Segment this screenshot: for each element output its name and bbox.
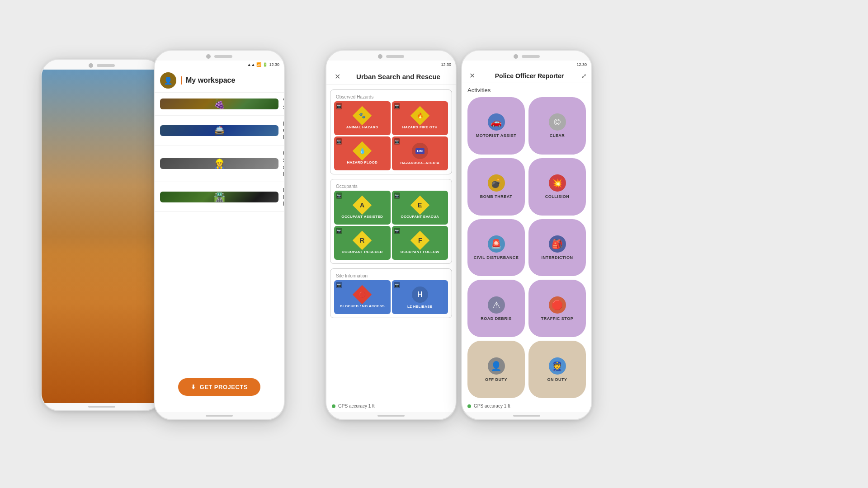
activity-collision[interactable]: 💥 COLLISION: [528, 158, 586, 216]
workspace-status-bar: ▲▲ 📶 🔋 12:30: [155, 61, 284, 69]
camera-icon-oe: 📷: [394, 192, 400, 199]
hazard-animal[interactable]: 📷 🐾 ANIMAL HAZARD: [334, 101, 391, 135]
occupants-section-label: Occupants: [332, 181, 450, 189]
project-item-road[interactable]: 🛣️ Road Debris Reporter ℹ: [155, 182, 284, 212]
project-thumb-road: 🛣️: [160, 192, 278, 202]
off-duty-icon: 👤: [488, 357, 505, 375]
blocked-label: BLOCKED / NO ACCESS: [340, 304, 385, 308]
home-indicator-4: [513, 415, 540, 417]
phone3-camera: [378, 54, 382, 59]
get-projects-label: GET PROJECTS: [200, 384, 248, 390]
project-item-police[interactable]: 🚔 Police Officer Reporter ℹ: [155, 116, 284, 145]
project-info-police: Police Officer Reporter: [283, 120, 284, 141]
assisted-label: OCCUPANT ASSISTED: [341, 215, 383, 219]
hm-icon: HM: [412, 143, 428, 159]
phone1-top-bar: [42, 60, 162, 70]
fire-hazard-label: HAZARD FIRE OTH: [402, 125, 438, 129]
activity-on-duty[interactable]: 👮 ON DUTY: [528, 341, 586, 398]
activity-motorist-assist[interactable]: 🚗 MOTORIST ASSIST: [467, 97, 525, 155]
phone2-bottom-bar: [155, 412, 284, 419]
bomb-threat-icon: 💣: [488, 174, 505, 192]
activity-traffic-stop[interactable]: 🛑 TRAFFIC STOP: [528, 280, 586, 337]
animal-hazard-label: ANIMAL HAZARD: [346, 125, 378, 129]
sar-content: 12:30 ✕ Urban Search and Rescue Observed…: [326, 61, 456, 412]
blocked-access[interactable]: 📷 🚫 BLOCKED / NO ACCESS: [334, 280, 391, 314]
status-icons: ▲▲ 📶 🔋 12:30: [247, 62, 279, 67]
phone-login: ArcGIS QuickCapture Sign in with ArcGIS …: [41, 59, 163, 411]
lz-helibase[interactable]: 📷 H LZ HELIBASE: [392, 280, 448, 314]
camera-icon-animal: 📷: [336, 103, 342, 109]
helibase-label: LZ HELIBASE: [407, 305, 433, 309]
battery-icon: 🔋: [263, 62, 268, 67]
interdiction-icon: 🎒: [549, 235, 566, 253]
home-indicator-2: [206, 415, 233, 417]
phone1-camera: [89, 63, 93, 68]
por-content: 12:30 ✕ Police Officer Reporter ⤢ Activi…: [462, 61, 591, 412]
activity-civil-disturbance[interactable]: 🚨 CIVIL DISTURBANCE: [467, 219, 525, 277]
activities-section-label: Activities: [462, 83, 591, 95]
project-item-rescue[interactable]: 👷 Urban Search and Rescue ℹ: [155, 145, 284, 182]
sar-title: Urban Search and Rescue: [346, 73, 450, 80]
project-list: 🍇 Vineyard Scouting ℹ 🚔 Police Officer R…: [155, 93, 284, 365]
project-item-vineyard[interactable]: 🍇 Vineyard Scouting ℹ: [155, 93, 284, 116]
phone-sar: 12:30 ✕ Urban Search and Rescue Observed…: [326, 50, 457, 420]
project-thumb-rescue: 👷: [160, 158, 278, 169]
workspace-content: ▲▲ 📶 🔋 12:30 👤 My workspace 🍇 Vineyard S…: [155, 61, 284, 412]
bomb-threat-label: BOMB THREAT: [480, 194, 512, 199]
hm-label: HAZARDOU...ATERIA: [400, 161, 439, 165]
phone1-bottom-bar: [42, 403, 162, 410]
por-status-bar: 12:30: [462, 61, 591, 69]
project-name-road: Road Debris Reporter: [283, 187, 284, 207]
assisted-icon: A: [354, 197, 370, 213]
project-name-rescue: Urban Search and Rescue: [283, 150, 284, 177]
interdiction-label: INTERDICTION: [542, 255, 573, 260]
phone2-screen: ▲▲ 📶 🔋 12:30 👤 My workspace 🍇 Vineyard S…: [155, 61, 284, 412]
traffic-stop-icon: 🛑: [549, 296, 566, 314]
occupant-assisted[interactable]: 📷 A OCCUPANT ASSISTED: [334, 191, 391, 225]
phone2-speaker: [214, 55, 232, 58]
project-info-vineyard: Vineyard Scouting: [283, 97, 284, 111]
activity-road-debris[interactable]: ⚠ ROAD DEBRIS: [467, 280, 525, 337]
phone3-speaker: [386, 55, 404, 58]
evacuated-label: OCCUPANT EVACUA: [401, 215, 439, 219]
civil-disturbance-label: CIVIL DISTURBANCE: [474, 255, 519, 260]
helibase-icon: H: [412, 286, 428, 303]
animal-icon: 🐾: [354, 108, 370, 123]
project-thumb-vineyard: 🍇: [160, 99, 278, 109]
occupant-evacuated[interactable]: 📷 E OCCUPANT EVACUA: [392, 191, 448, 225]
civil-disturbance-icon: 🚨: [488, 235, 505, 253]
clear-label: CLEAR: [550, 133, 565, 138]
phone2-camera: [206, 54, 211, 59]
phone-por: 12:30 ✕ Police Officer Reporter ⤢ Activi…: [461, 50, 592, 420]
sar-header: ✕ Urban Search and Rescue: [326, 69, 456, 85]
rescued-label: OCCUPANT RESCUED: [342, 250, 383, 254]
camera-icon-or: 📷: [336, 228, 342, 234]
por-status-time: 12:30: [576, 62, 587, 67]
phone4-bottom-bar: [462, 412, 591, 419]
phone3-top-bar: [326, 51, 456, 61]
flood-icon: 💧: [354, 143, 370, 159]
occupant-follow[interactable]: 📷 F OCCUPANT FOLLOW: [392, 226, 448, 260]
sar-status-time: 12:30: [441, 62, 451, 67]
activity-off-duty[interactable]: 👤 OFF DUTY: [467, 341, 525, 398]
sar-gps-bar: GPS accuracy 1 ft: [326, 400, 456, 412]
hazard-fire[interactable]: 📷 🔥 HAZARD FIRE OTH: [392, 101, 448, 135]
hazard-flood[interactable]: 📷 💧 HAZARD FLOOD: [334, 136, 391, 170]
por-close-button[interactable]: ✕: [467, 71, 477, 80]
camera-icon-oa: 📷: [336, 192, 342, 199]
occupants-grid: 📷 A OCCUPANT ASSISTED 📷 E: [332, 189, 450, 262]
project-thumb-police: 🚔: [160, 125, 278, 136]
hazard-materials[interactable]: 📷 HM HAZARDOU...ATERIA: [392, 136, 448, 170]
follow-label: OCCUPANT FOLLOW: [401, 250, 439, 254]
activity-clear[interactable]: © CLEAR: [528, 97, 586, 155]
motorist-assist-icon: 🚗: [488, 113, 505, 131]
activity-bomb-threat[interactable]: 💣 BOMB THREAT: [467, 158, 525, 216]
phone-workspace: ▲▲ 📶 🔋 12:30 👤 My workspace 🍇 Vineyard S…: [154, 50, 285, 420]
expand-icon[interactable]: ⤢: [581, 72, 587, 80]
occupant-rescued[interactable]: 📷 R OCCUPANT RESCUED: [334, 226, 391, 260]
road-debris-label: ROAD DEBRIS: [481, 316, 512, 321]
get-projects-button[interactable]: ⬇ GET PROJECTS: [178, 378, 260, 396]
phone4-camera: [514, 54, 518, 59]
sar-close-button[interactable]: ✕: [332, 72, 343, 81]
activity-interdiction[interactable]: 🎒 INTERDICTION: [528, 219, 586, 277]
